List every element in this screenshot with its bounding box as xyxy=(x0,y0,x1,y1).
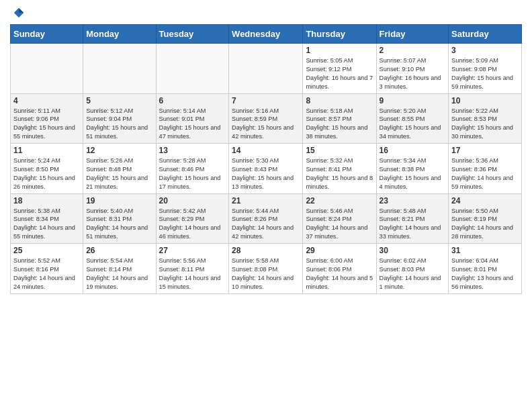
day-number: 6 xyxy=(159,96,226,105)
calendar-cell: 16Sunrise: 5:34 AM Sunset: 8:38 PM Dayli… xyxy=(376,144,449,194)
day-info: Sunrise: 5:40 AM Sunset: 8:31 PM Dayligh… xyxy=(86,207,152,242)
calendar-cell: 3Sunrise: 5:09 AM Sunset: 9:08 PM Daylig… xyxy=(449,44,522,94)
day-info: Sunrise: 5:44 AM Sunset: 8:26 PM Dayligh… xyxy=(232,207,300,242)
logo xyxy=(10,7,25,19)
calendar-cell: 2Sunrise: 5:07 AM Sunset: 9:10 PM Daylig… xyxy=(376,44,449,94)
calendar-week-row: 1Sunrise: 5:05 AM Sunset: 9:12 PM Daylig… xyxy=(11,44,522,94)
calendar-cell: 19Sunrise: 5:40 AM Sunset: 8:31 PM Dayli… xyxy=(83,193,156,244)
calendar-cell: 26Sunrise: 5:54 AM Sunset: 8:14 PM Dayli… xyxy=(83,244,156,294)
calendar-cell: 30Sunrise: 6:02 AM Sunset: 8:03 PM Dayli… xyxy=(376,244,449,294)
day-number: 10 xyxy=(451,96,519,105)
weekday-header-monday: Monday xyxy=(83,25,156,44)
weekday-header-sunday: Sunday xyxy=(11,25,83,44)
calendar-cell: 28Sunrise: 5:58 AM Sunset: 8:08 PM Dayli… xyxy=(229,244,303,294)
calendar-cell: 13Sunrise: 5:28 AM Sunset: 8:46 PM Dayli… xyxy=(156,144,229,194)
calendar-cell: 22Sunrise: 5:46 AM Sunset: 8:24 PM Dayli… xyxy=(303,193,376,244)
weekday-header-saturday: Saturday xyxy=(449,25,522,44)
day-info: Sunrise: 5:12 AM Sunset: 9:04 PM Dayligh… xyxy=(86,107,152,142)
calendar-cell: 10Sunrise: 5:22 AM Sunset: 8:53 PM Dayli… xyxy=(449,93,522,144)
day-number: 2 xyxy=(380,46,446,55)
day-info: Sunrise: 5:05 AM Sunset: 9:12 PM Dayligh… xyxy=(306,56,373,91)
logo-icon xyxy=(13,7,25,19)
day-info: Sunrise: 5:50 AM Sunset: 8:19 PM Dayligh… xyxy=(451,207,519,242)
day-number: 4 xyxy=(13,96,80,105)
calendar-cell: 6Sunrise: 5:14 AM Sunset: 9:01 PM Daylig… xyxy=(156,93,229,144)
calendar-cell: 18Sunrise: 5:38 AM Sunset: 8:34 PM Dayli… xyxy=(11,193,83,244)
day-number: 17 xyxy=(451,146,519,155)
day-number: 18 xyxy=(13,196,80,205)
day-number: 14 xyxy=(232,146,300,155)
day-number: 11 xyxy=(13,146,80,155)
day-info: Sunrise: 5:09 AM Sunset: 9:08 PM Dayligh… xyxy=(451,56,519,91)
day-info: Sunrise: 5:24 AM Sunset: 8:50 PM Dayligh… xyxy=(13,156,80,191)
day-number: 7 xyxy=(232,96,300,105)
calendar-table: SundayMondayTuesdayWednesdayThursdayFrid… xyxy=(10,24,522,294)
day-info: Sunrise: 6:00 AM Sunset: 8:06 PM Dayligh… xyxy=(306,257,373,291)
day-info: Sunrise: 5:11 AM Sunset: 9:06 PM Dayligh… xyxy=(13,107,80,142)
calendar-cell: 31Sunrise: 6:04 AM Sunset: 8:01 PM Dayli… xyxy=(449,244,522,294)
day-info: Sunrise: 5:20 AM Sunset: 8:55 PM Dayligh… xyxy=(380,107,446,142)
calendar-cell: 27Sunrise: 5:56 AM Sunset: 8:11 PM Dayli… xyxy=(156,244,229,294)
day-number: 27 xyxy=(159,246,226,255)
day-number: 20 xyxy=(159,196,226,205)
calendar-cell: 14Sunrise: 5:30 AM Sunset: 8:43 PM Dayli… xyxy=(229,144,303,194)
day-info: Sunrise: 5:30 AM Sunset: 8:43 PM Dayligh… xyxy=(232,156,300,191)
day-info: Sunrise: 5:36 AM Sunset: 8:36 PM Dayligh… xyxy=(451,156,519,191)
calendar-cell: 5Sunrise: 5:12 AM Sunset: 9:04 PM Daylig… xyxy=(83,93,156,144)
calendar-cell xyxy=(11,44,83,94)
day-info: Sunrise: 5:52 AM Sunset: 8:16 PM Dayligh… xyxy=(13,257,80,291)
day-number: 21 xyxy=(232,196,300,205)
calendar-cell: 12Sunrise: 5:26 AM Sunset: 8:48 PM Dayli… xyxy=(83,144,156,194)
day-number: 30 xyxy=(380,246,446,255)
day-info: Sunrise: 5:32 AM Sunset: 8:41 PM Dayligh… xyxy=(306,156,373,191)
day-number: 24 xyxy=(451,196,519,205)
day-info: Sunrise: 5:42 AM Sunset: 8:29 PM Dayligh… xyxy=(159,207,226,242)
day-number: 28 xyxy=(232,246,300,255)
day-info: Sunrise: 5:07 AM Sunset: 9:10 PM Dayligh… xyxy=(380,56,446,91)
header xyxy=(10,7,522,19)
weekday-header-wednesday: Wednesday xyxy=(229,25,303,44)
calendar-cell: 7Sunrise: 5:16 AM Sunset: 8:59 PM Daylig… xyxy=(229,93,303,144)
calendar-cell: 9Sunrise: 5:20 AM Sunset: 8:55 PM Daylig… xyxy=(376,93,449,144)
day-number: 13 xyxy=(159,146,226,155)
day-number: 29 xyxy=(306,246,373,255)
day-info: Sunrise: 5:54 AM Sunset: 8:14 PM Dayligh… xyxy=(86,257,152,291)
day-number: 19 xyxy=(86,196,152,205)
day-info: Sunrise: 5:46 AM Sunset: 8:24 PM Dayligh… xyxy=(306,207,373,242)
calendar-cell: 4Sunrise: 5:11 AM Sunset: 9:06 PM Daylig… xyxy=(11,93,83,144)
day-info: Sunrise: 5:16 AM Sunset: 8:59 PM Dayligh… xyxy=(232,107,300,142)
calendar-cell: 1Sunrise: 5:05 AM Sunset: 9:12 PM Daylig… xyxy=(303,44,376,94)
page: SundayMondayTuesdayWednesdayThursdayFrid… xyxy=(0,0,532,304)
day-number: 31 xyxy=(451,246,519,255)
day-number: 1 xyxy=(306,46,373,55)
calendar-cell: 20Sunrise: 5:42 AM Sunset: 8:29 PM Dayli… xyxy=(156,193,229,244)
day-info: Sunrise: 5:56 AM Sunset: 8:11 PM Dayligh… xyxy=(159,257,226,291)
day-number: 15 xyxy=(306,146,373,155)
day-info: Sunrise: 5:28 AM Sunset: 8:46 PM Dayligh… xyxy=(159,156,226,191)
calendar-week-row: 25Sunrise: 5:52 AM Sunset: 8:16 PM Dayli… xyxy=(11,244,522,294)
weekday-header-tuesday: Tuesday xyxy=(156,25,229,44)
calendar-cell: 21Sunrise: 5:44 AM Sunset: 8:26 PM Dayli… xyxy=(229,193,303,244)
day-info: Sunrise: 5:18 AM Sunset: 8:57 PM Dayligh… xyxy=(306,107,373,142)
day-info: Sunrise: 5:58 AM Sunset: 8:08 PM Dayligh… xyxy=(232,257,300,291)
day-number: 22 xyxy=(306,196,373,205)
day-number: 16 xyxy=(380,146,446,155)
calendar-week-row: 11Sunrise: 5:24 AM Sunset: 8:50 PM Dayli… xyxy=(11,144,522,194)
day-info: Sunrise: 6:04 AM Sunset: 8:01 PM Dayligh… xyxy=(451,257,519,291)
calendar-cell xyxy=(83,44,156,94)
day-info: Sunrise: 5:22 AM Sunset: 8:53 PM Dayligh… xyxy=(451,107,519,142)
calendar-cell: 8Sunrise: 5:18 AM Sunset: 8:57 PM Daylig… xyxy=(303,93,376,144)
calendar-cell: 29Sunrise: 6:00 AM Sunset: 8:06 PM Dayli… xyxy=(303,244,376,294)
day-number: 26 xyxy=(86,246,152,255)
day-info: Sunrise: 5:34 AM Sunset: 8:38 PM Dayligh… xyxy=(380,156,446,191)
day-number: 5 xyxy=(86,96,152,105)
day-number: 3 xyxy=(451,46,519,55)
day-number: 23 xyxy=(380,196,446,205)
day-info: Sunrise: 5:48 AM Sunset: 8:21 PM Dayligh… xyxy=(380,207,446,242)
calendar-cell: 15Sunrise: 5:32 AM Sunset: 8:41 PM Dayli… xyxy=(303,144,376,194)
calendar-cell: 17Sunrise: 5:36 AM Sunset: 8:36 PM Dayli… xyxy=(449,144,522,194)
weekday-header-row: SundayMondayTuesdayWednesdayThursdayFrid… xyxy=(11,25,522,44)
calendar-week-row: 4Sunrise: 5:11 AM Sunset: 9:06 PM Daylig… xyxy=(11,93,522,144)
day-info: Sunrise: 6:02 AM Sunset: 8:03 PM Dayligh… xyxy=(380,257,446,291)
day-number: 8 xyxy=(306,96,373,105)
